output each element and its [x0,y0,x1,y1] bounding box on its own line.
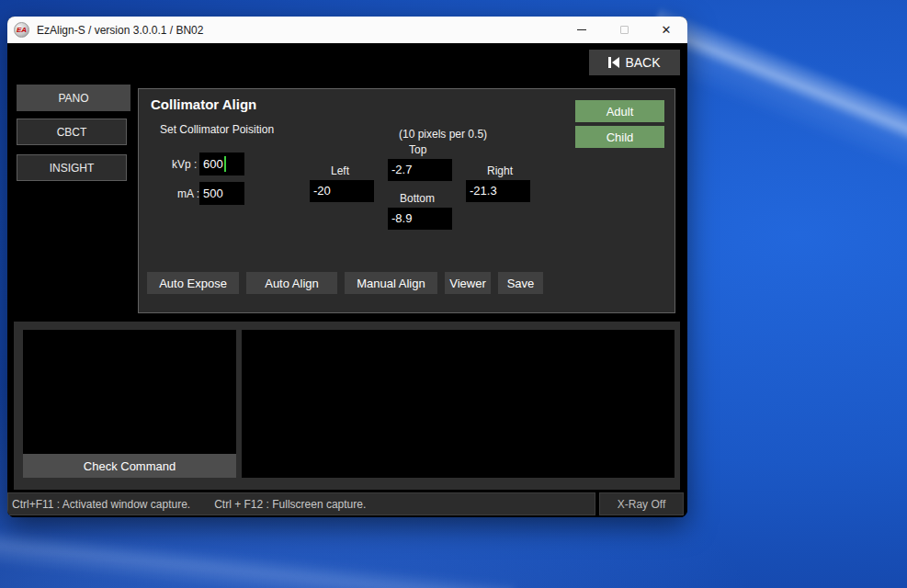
text-caret [224,156,226,172]
maximize-button[interactable] [603,17,645,43]
collimator-bottom-label: Bottom [400,192,435,205]
command-log-display [23,330,236,454]
collimator-right-label: Right [487,164,513,177]
status-hints: Ctrl+F11 : Activated window capture. Ctr… [7,492,595,515]
check-command-button[interactable]: Check Command [23,454,236,478]
panel-title: Collimator Align [151,96,256,112]
scale-note: (10 pixels per 0.5) [399,128,487,141]
collimator-top-input[interactable]: -2.7 [388,159,452,181]
tab-label: CBCT [57,126,87,139]
back-arrow-icon [608,57,619,68]
back-button-label: BACK [625,55,660,70]
sidebar-tab-cbct[interactable]: CBCT [17,119,127,145]
ma-input[interactable]: 500 [199,182,244,205]
bottom-panel: Check Command [14,322,680,490]
auto-align-button[interactable]: Auto Align [246,272,337,294]
close-icon: ✕ [662,24,672,36]
collimator-bottom-input[interactable]: -8.9 [388,208,452,230]
close-button[interactable]: ✕ [645,17,687,43]
kvp-label: kVp : [172,158,197,171]
window-title: EzAlign-S / version 3.0.0.1 / BN02 [37,24,203,37]
sidebar-tab-pano[interactable]: PANO [17,85,130,111]
adult-button[interactable]: Adult [575,100,664,122]
app-window: EA EzAlign-S / version 3.0.0.1 / BN02 ✕ … [7,17,687,517]
collimator-right-input[interactable]: -21.3 [466,180,530,202]
client-area: BACK PANO CBCT INSIGHT Collimator Align … [7,43,687,517]
maximize-icon [620,26,629,34]
status-hint-capture-window: Ctrl+F11 : Activated window capture. [12,498,190,511]
status-hint-capture-fullscreen: Ctrl + F12 : Fullscreen capture. [214,498,366,511]
image-preview-display [242,330,675,478]
minimize-icon [577,29,586,30]
panel-subtitle: Set Collimator Poisition [160,123,274,136]
titlebar: EA EzAlign-S / version 3.0.0.1 / BN02 ✕ [7,17,687,43]
collimator-top-label: Top [409,143,426,156]
collimator-left-label: Left [331,164,349,177]
tab-label: INSIGHT [50,162,95,175]
kvp-value: 600 [203,153,223,175]
window-controls: ✕ [561,17,687,43]
xray-status-indicator: X-Ray Off [599,492,684,515]
manual-align-button[interactable]: Manual Align [345,272,437,294]
collimator-left-input[interactable]: -20 [310,180,374,202]
viewer-button[interactable]: Viewer [445,272,491,294]
child-button[interactable]: Child [575,126,664,148]
tab-label: PANO [58,92,88,105]
collimator-align-panel: Collimator Align Set Collimator Poisitio… [138,88,675,313]
sidebar-tab-insight[interactable]: INSIGHT [17,154,127,181]
save-button[interactable]: Save [498,272,543,294]
back-button[interactable]: BACK [589,50,680,75]
app-logo-icon: EA [14,22,29,38]
statusbar: Ctrl+F11 : Activated window capture. Ctr… [7,492,687,515]
kvp-input[interactable]: 600 [199,153,244,175]
ma-value: 500 [203,182,223,205]
minimize-button[interactable] [561,17,603,43]
ma-label: mA : [177,187,199,200]
auto-expose-button[interactable]: Auto Expose [147,272,239,294]
